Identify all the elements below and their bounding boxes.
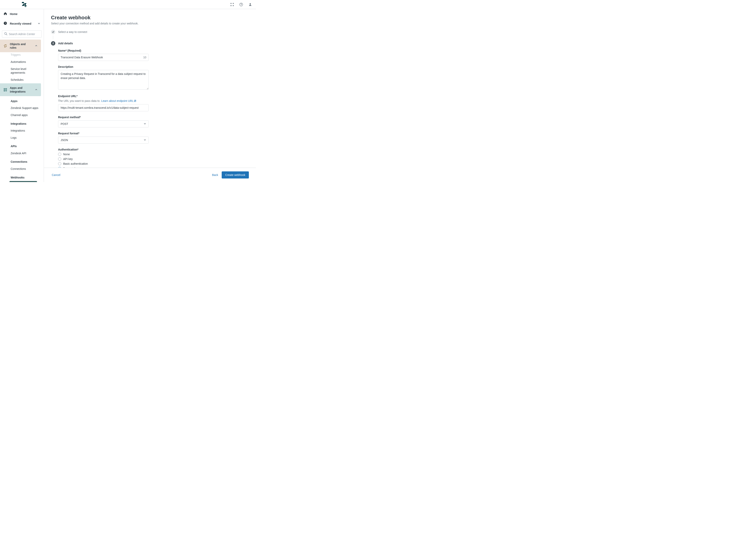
sidebar-item-sla[interactable]: Service level agreements — [0, 66, 41, 77]
svg-rect-13 — [4, 88, 5, 89]
svg-point-8 — [240, 3, 243, 6]
method-value: POST — [61, 122, 68, 126]
sidebar-item-integrations[interactable]: Integrations — [0, 127, 41, 134]
chevron-down-icon — [144, 122, 146, 126]
nav-recently-viewed-label: Recently viewed — [10, 22, 31, 25]
section-apps-integrations[interactable]: Apps and integrations — [0, 83, 41, 96]
step-1-label: Select a way to connect — [58, 30, 87, 33]
step-2-number: 2 — [51, 41, 55, 45]
page-title: Create webhook — [51, 15, 249, 21]
nav-recently-viewed[interactable]: Recently viewed — [0, 19, 44, 28]
cancel-button[interactable]: Cancel — [51, 172, 61, 178]
name-label: Name* (Required) — [58, 49, 149, 52]
method-select[interactable]: POST — [58, 120, 149, 128]
topbar — [0, 0, 256, 9]
zendesk-logo[interactable] — [22, 2, 27, 7]
endpoint-label: Endpoint URL* — [58, 94, 149, 98]
section-objects-rules[interactable]: Objects and rules — [0, 40, 41, 52]
auth-radio-none[interactable]: None — [58, 153, 149, 156]
step-2: 2 Add details — [51, 41, 249, 45]
svg-rect-7 — [233, 5, 234, 6]
nav-home-label: Home — [10, 12, 18, 16]
sidebar-item-automations[interactable]: Automations — [0, 59, 41, 66]
sidebar-heading-connections: Connections — [0, 158, 41, 166]
chevron-down-icon — [38, 22, 40, 25]
help-icon[interactable] — [239, 3, 243, 6]
method-label: Request method* — [58, 116, 149, 119]
radio-icon — [58, 153, 61, 156]
clock-icon — [4, 22, 7, 26]
chevron-down-icon — [144, 138, 146, 142]
radio-icon — [58, 157, 61, 161]
svg-point-9 — [241, 5, 241, 6]
refresh-icon — [4, 44, 7, 48]
sidebar-heading-webhooks: Webhooks — [0, 174, 41, 181]
sidebar: Home Recently viewed — [0, 9, 44, 182]
description-label: Description — [58, 65, 149, 68]
format-label: Request format* — [58, 132, 149, 135]
sidebar-item-channel-apps[interactable]: Channel apps — [0, 112, 41, 119]
apps-grid-icon[interactable] — [230, 3, 234, 6]
description-input[interactable] — [58, 70, 149, 90]
sidebar-heading-apps: Apps — [0, 98, 41, 105]
back-button[interactable]: Back — [211, 172, 219, 178]
step-1[interactable]: Select a way to connect — [51, 30, 249, 34]
user-icon[interactable] — [249, 3, 252, 6]
create-webhook-button[interactable]: Create webhook — [222, 171, 249, 179]
widgets-icon — [4, 88, 7, 92]
search-box[interactable] — [2, 30, 42, 38]
sidebar-item-webhooks[interactable]: Webhooks — [10, 181, 37, 182]
home-icon — [4, 12, 7, 16]
auth-radio-basic[interactable]: Basic authentication — [58, 162, 149, 165]
chevron-up-icon — [35, 44, 37, 47]
sidebar-item-triggers[interactable]: Triggers — [0, 52, 41, 59]
search-input[interactable] — [9, 32, 40, 36]
svg-rect-14 — [6, 88, 7, 89]
format-value: JSON — [61, 138, 68, 142]
auth-radio-api-key[interactable]: API key — [58, 157, 149, 161]
endpoint-input[interactable] — [58, 104, 149, 111]
section-label: Objects and rules — [10, 42, 32, 49]
format-select[interactable]: JSON — [58, 136, 149, 144]
auth-label: Authentication* — [58, 148, 149, 151]
main: Create webhook Select your connection me… — [44, 9, 256, 182]
step-2-label: Add details — [58, 42, 73, 45]
svg-rect-6 — [231, 5, 231, 6]
section-label: Apps and integrations — [10, 86, 32, 93]
svg-point-10 — [250, 3, 251, 4]
check-icon — [51, 30, 55, 34]
page-subtitle: Select your connection method and add de… — [51, 22, 249, 25]
nav-home[interactable]: Home — [0, 9, 44, 19]
search-icon — [4, 32, 7, 36]
sidebar-item-zendesk-api[interactable]: Zendesk API — [0, 150, 41, 157]
sidebar-heading-integrations: Integrations — [0, 120, 41, 128]
external-link-icon — [134, 99, 136, 103]
chevron-up-icon — [35, 88, 37, 91]
radio-icon — [58, 162, 61, 165]
svg-rect-15 — [4, 90, 5, 91]
svg-rect-4 — [231, 3, 231, 4]
name-counter: 10 — [143, 56, 146, 59]
footer: Cancel Back Create webhook — [44, 168, 256, 182]
sidebar-item-zendesk-support-apps[interactable]: Zendesk Support apps — [0, 105, 41, 112]
step-connector — [53, 36, 53, 39]
name-input[interactable] — [58, 54, 149, 61]
sidebar-item-connections[interactable]: Connections — [0, 166, 41, 173]
svg-rect-5 — [233, 3, 234, 4]
sidebar-heading-apis: APIs — [0, 143, 41, 150]
sidebar-item-schedules[interactable]: Schedules — [0, 77, 41, 83]
endpoint-help-link[interactable]: Learn about endpoint URL — [101, 99, 133, 102]
sidebar-item-logs[interactable]: Logs — [0, 134, 41, 141]
endpoint-help: The URL you want to pass data to. Learn … — [58, 99, 149, 103]
